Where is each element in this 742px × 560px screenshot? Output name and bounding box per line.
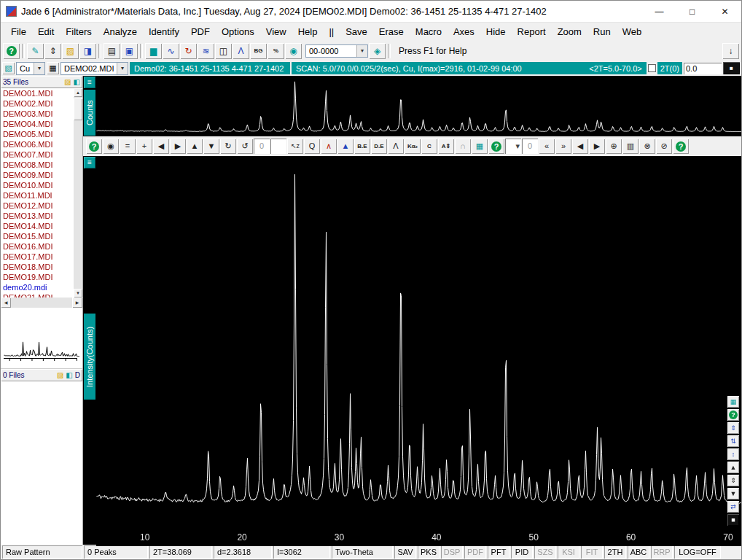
background-edit-icon[interactable]: B.E: [354, 139, 370, 154]
peaks-icon[interactable]: Λ: [388, 139, 404, 154]
scroll-down-icon[interactable]: ▼: [727, 488, 739, 499]
scroll-up-icon[interactable]: ▲: [74, 88, 82, 97]
menu-item[interactable]: Run: [587, 24, 617, 39]
file-list-item[interactable]: DEMO09.MDI: [1, 170, 74, 180]
status-cell[interactable]: PID: [511, 545, 533, 559]
columns-icon[interactable]: ▥: [622, 139, 638, 154]
overlay-chart-icon[interactable]: ∿: [163, 43, 179, 59]
menu-item[interactable]: View: [260, 24, 292, 39]
file-list-item[interactable]: DEMO21.MDI: [1, 292, 74, 298]
menu-item[interactable]: Edit: [32, 24, 60, 39]
open-file-icon[interactable]: ▨: [62, 43, 79, 59]
file-list-item[interactable]: DEMO05.MDI: [1, 129, 74, 139]
strip-chart-canvas[interactable]: [96, 76, 742, 136]
bar-chart-icon[interactable]: ▆: [145, 43, 162, 59]
page-right-icon[interactable]: »: [555, 139, 571, 154]
zoom-icon[interactable]: Q: [304, 139, 320, 154]
file-list-item[interactable]: DEMO08.MDI: [1, 160, 74, 170]
target-icon[interactable]: ◉: [103, 139, 119, 154]
rotate-icon[interactable]: ↻: [220, 139, 236, 154]
scroll-right-icon[interactable]: ▶: [72, 298, 82, 308]
thumbnail-canvas[interactable]: [4, 311, 79, 365]
zoom-in-icon[interactable]: ⊕: [606, 139, 622, 154]
file-list-hscrollbar[interactable]: ◀ ▶: [1, 298, 82, 308]
file-list-item[interactable]: DEMO13.MDI: [1, 211, 74, 221]
file-list-item[interactable]: DEMO03.MDI: [1, 109, 74, 119]
help-icon[interactable]: ?: [488, 139, 504, 154]
counter-box[interactable]: 0: [522, 139, 538, 154]
pan-left-icon[interactable]: ◀: [572, 139, 588, 154]
edit-pattern-icon[interactable]: ✎: [27, 43, 44, 59]
full-range-icon[interactable]: ⇕: [727, 475, 739, 486]
file-list-header[interactable]: 35 Files ▨ ◧: [1, 76, 82, 88]
help-icon[interactable]: ?: [3, 43, 20, 59]
refresh-chart-icon[interactable]: ↻: [180, 43, 197, 59]
nudge-left-icon[interactable]: ◀: [153, 139, 169, 154]
minimize-button[interactable]: —: [643, 1, 676, 22]
status-cell[interactable]: KSI: [558, 545, 579, 559]
file-list-item[interactable]: DEMO07.MDI: [1, 149, 74, 160]
status-cell[interactable]: 2TH: [604, 545, 626, 559]
status-cell[interactable]: Two-Theta: [332, 545, 393, 559]
amplify-icon[interactable]: A⇕: [438, 139, 454, 154]
status-cell[interactable]: PDF: [464, 545, 486, 559]
page-left-icon[interactable]: «: [539, 139, 555, 154]
nudge-up-icon[interactable]: ▲: [187, 139, 203, 154]
status-cell[interactable]: d=2.3618: [214, 545, 272, 559]
overlay-select[interactable]: ▾: [505, 139, 521, 154]
strip-ka2-icon[interactable]: %: [267, 43, 284, 59]
separator[interactable]: [140, 44, 143, 58]
fill-peaks-icon[interactable]: ▲: [337, 139, 354, 154]
menu-item[interactable]: Options: [216, 24, 260, 39]
main-chart-canvas[interactable]: [96, 156, 742, 546]
profile-fit-icon[interactable]: ∩: [455, 139, 471, 154]
status-cell[interactable]: PKS: [418, 545, 440, 559]
separator[interactable]: [98, 44, 101, 58]
menu-item[interactable]: Save: [340, 24, 373, 39]
file-list-item[interactable]: DEMO18.MDI: [1, 262, 74, 272]
mini-chart-icon[interactable]: ▦: [727, 396, 739, 408]
scroll-up-icon[interactable]: ▲: [727, 462, 739, 473]
cursor-z-icon[interactable]: ↖z: [287, 139, 303, 154]
status-cell[interactable]: LOG=OFF: [674, 545, 721, 559]
nudge-down-icon[interactable]: ▼: [203, 139, 219, 154]
nudge-right-icon[interactable]: ▶: [170, 139, 186, 154]
menu-item[interactable]: Zoom: [552, 24, 587, 39]
reset-icon[interactable]: ⊘: [656, 139, 672, 154]
menu-item[interactable]: Analyze: [98, 24, 143, 39]
status-cell[interactable]: PFT: [488, 545, 509, 559]
status-cell[interactable]: SAV: [394, 545, 416, 559]
scroll-down-icon[interactable]: ▼: [74, 289, 82, 298]
fit-height-icon[interactable]: ↕: [727, 448, 739, 460]
menu-item[interactable]: Hide: [480, 24, 512, 39]
toolbar-overflow-button[interactable]: ↓: [722, 43, 739, 59]
help-icon[interactable]: ?: [673, 139, 689, 154]
crosshair-icon[interactable]: +: [136, 139, 152, 154]
data-edit-icon[interactable]: D.E: [371, 139, 387, 154]
file-list-item[interactable]: DEMO02.MDI: [1, 98, 74, 109]
file-list-item[interactable]: DEMO06.MDI: [1, 139, 74, 149]
separator[interactable]: [22, 44, 25, 58]
equalize-icon[interactable]: =: [120, 139, 136, 154]
overlay-window-button[interactable]: ▧: [2, 62, 15, 74]
filter-input[interactable]: [270, 139, 286, 154]
tile-windows-icon[interactable]: ◫: [215, 43, 232, 59]
menu-item[interactable]: ||: [323, 24, 340, 39]
status-cell[interactable]: RRP: [651, 545, 673, 559]
file-list-item[interactable]: DEMO16.MDI: [1, 241, 74, 252]
menu-item[interactable]: Filters: [60, 24, 97, 39]
pan-right-icon[interactable]: ▶: [589, 139, 605, 154]
file-list-item[interactable]: DEMO15.MDI: [1, 231, 74, 241]
counter-box[interactable]: 0: [254, 139, 270, 154]
print-icon[interactable]: ▤: [104, 43, 120, 59]
file-list-item[interactable]: demo20.mdi: [1, 282, 74, 292]
pan-horizontal-icon[interactable]: ⇄: [727, 501, 739, 513]
file-list-item[interactable]: DEMO12.MDI: [1, 201, 74, 211]
waterfall-icon[interactable]: ≋: [198, 43, 214, 59]
menu-item[interactable]: Identify: [143, 24, 185, 39]
sort-files-icon[interactable]: ⇕: [44, 43, 61, 59]
peaks-icon[interactable]: Λ: [233, 43, 249, 59]
file-list-item[interactable]: DEMO11.MDI: [1, 190, 74, 201]
retrieve-pdf-button[interactable]: ◈: [369, 43, 386, 59]
menu-item[interactable]: Macro: [410, 24, 448, 39]
